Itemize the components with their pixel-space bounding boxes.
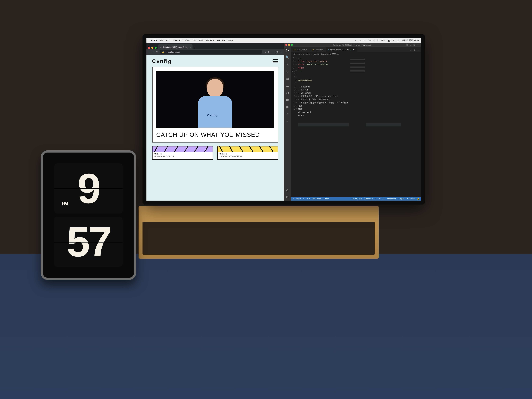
bookmark-icon[interactable]: ☆ xyxy=(286,112,289,116)
panel-layout-icon[interactable]: ▣ xyxy=(413,44,415,46)
address-bar[interactable]: 🔒 config.figma.com xyxy=(160,50,262,54)
extensions-icon[interactable]: ▦ xyxy=(286,77,289,81)
cursor-position[interactable]: Ln 22, Col 1 xyxy=(352,198,362,200)
live-share-icon[interactable]: ⇄ xyxy=(286,98,289,102)
editor-tab-active[interactable]: # figma-config-2023.md U xyxy=(326,47,357,52)
menubar-item[interactable]: View xyxy=(185,39,190,42)
menubar-item[interactable]: Terminal xyxy=(206,39,214,42)
chrome-tabstrip[interactable]: ◆ Config 2023 | Figma's Ann… × + xyxy=(146,43,284,49)
breadcrumb-item[interactable]: wilson-blog xyxy=(293,53,302,55)
menubar-item[interactable]: Run xyxy=(199,39,203,42)
minimize-window-icon[interactable] xyxy=(151,47,153,49)
run-icon[interactable]: ▷ xyxy=(410,48,412,51)
more-icon[interactable]: ⋯ xyxy=(417,44,419,46)
back-button-icon[interactable]: ← xyxy=(148,51,150,53)
source-control-icon[interactable]: ⌥ xyxy=(285,63,289,66)
notifications-bell-icon[interactable]: 🔔 xyxy=(417,198,419,200)
close-tab-icon[interactable]: × xyxy=(190,46,191,48)
webpage-content[interactable]: C●nfig C●nfig CATCH UP ON WHAT YOU M xyxy=(146,55,284,201)
hamburger-menu-icon[interactable] xyxy=(272,59,278,63)
panel-layout-icon[interactable]: ▤ xyxy=(410,44,412,46)
encoding-status[interactable]: UTF-8 xyxy=(375,198,380,200)
database-icon[interactable]: ≣ xyxy=(286,105,289,109)
breadcrumb-item[interactable]: _posts xyxy=(313,53,318,55)
language-mode[interactable]: Markdown xyxy=(387,198,396,200)
fullscreen-window-icon[interactable] xyxy=(291,44,293,46)
spell-status[interactable]: ✓ Spell xyxy=(398,198,404,200)
menubar-status-icon[interactable]: ✉︎ xyxy=(369,39,371,42)
battery-text[interactable]: 80% xyxy=(381,39,385,42)
git-branch[interactable]: main* xyxy=(296,198,301,200)
track-card[interactable]: C●nfig LEADING THROUGH xyxy=(217,146,278,160)
explorer-icon[interactable]: 🗂︎ xyxy=(285,48,289,52)
chrome-tab[interactable]: ◆ Config 2023 | Figma's Ann… × xyxy=(158,44,192,49)
vscode-titlebar[interactable]: figma-config-2023.md — wilson-workspace … xyxy=(284,43,421,47)
extension-icon[interactable]: ⚙︎ xyxy=(268,51,270,53)
prettier-status[interactable]: ✓ Prettier xyxy=(407,198,415,200)
status-extra[interactable]: 1 mins xyxy=(323,198,329,200)
menubar-app-name[interactable]: Code xyxy=(151,39,157,42)
new-tab-button[interactable]: + xyxy=(192,45,198,49)
more-icon[interactable]: ⋯ xyxy=(417,48,419,51)
battery-icon[interactable]: ▮▯ xyxy=(388,39,390,42)
hero-video-thumbnail[interactable]: C●nfig xyxy=(156,71,274,128)
clock-minute: 57 xyxy=(66,217,110,266)
breadcrumbs[interactable]: wilson-blog› source› _posts› figma-confi… xyxy=(291,52,421,56)
close-window-icon[interactable] xyxy=(285,44,287,46)
extension-icon[interactable]: ★ xyxy=(264,51,266,53)
control-center-icon[interactable]: ⌘ xyxy=(397,39,399,42)
reload-button-icon[interactable]: ⟳ xyxy=(156,51,158,53)
eol-status[interactable]: LF xyxy=(383,198,385,200)
window-traffic-lights[interactable] xyxy=(285,44,293,46)
menubar-item[interactable]: Edit xyxy=(166,39,170,42)
unsaved-dot-icon xyxy=(353,49,355,50)
fullscreen-window-icon[interactable] xyxy=(155,47,157,49)
code-content[interactable]: --- title: figma-config-2023 date: 2023-… xyxy=(298,56,349,197)
menubar-status-icon[interactable]: ⌥ xyxy=(364,39,366,42)
account-icon[interactable]: ☺︎ xyxy=(286,188,289,192)
window-traffic-lights[interactable] xyxy=(148,47,157,49)
bluetooth-icon[interactable]: ᛒ xyxy=(377,39,379,42)
remote-indicator[interactable]: ⎋ xyxy=(293,198,294,200)
editor-tab[interactable]: JS pinia.mjs xyxy=(310,47,326,52)
forward-button-icon[interactable]: → xyxy=(152,51,154,53)
menubar-status-icon[interactable]: ☁︎ xyxy=(359,39,361,42)
menubar-item[interactable]: Selection xyxy=(173,39,182,42)
track-card[interactable]: C●nfig FIGMA PRODUCT xyxy=(152,146,213,160)
docker-icon[interactable]: ⬡ xyxy=(286,91,289,95)
chrome-menu-icon[interactable]: ⋮ xyxy=(280,51,282,53)
test-icon[interactable]: ✓ xyxy=(286,120,289,123)
settings-gear-icon[interactable]: ⚙︎ xyxy=(286,195,289,199)
editor-tab[interactable]: JS vuex.esm.js xyxy=(291,47,310,52)
menubar-item[interactable]: Go xyxy=(193,39,196,42)
live-share-status[interactable]: Live Share xyxy=(312,198,321,200)
menubar-item[interactable]: File xyxy=(160,39,163,42)
extension-icon[interactable]: ⋯ xyxy=(272,51,274,53)
problems-count[interactable]: ⊘ 0 xyxy=(306,198,310,200)
wifi-icon[interactable]: ⏚ xyxy=(373,39,375,42)
code-editor[interactable]: 1 2 3 4 5 6 7 8 9 10 11 12 13 14 15 16 1… xyxy=(291,56,421,197)
file-js-icon: JS xyxy=(312,49,315,51)
remote-icon[interactable]: ☁︎ xyxy=(286,84,289,88)
panel-layout-icon[interactable]: ▥ xyxy=(406,44,408,46)
menubar-item[interactable]: Window xyxy=(217,39,225,42)
minimize-window-icon[interactable] xyxy=(288,44,290,46)
menubar-item[interactable]: Help xyxy=(228,39,233,42)
editor-tabs: JS vuex.esm.js JS pinia.mjs # figma-conf… xyxy=(291,47,421,52)
macos-menubar[interactable]: Code File Edit Selection View Go Run Ter… xyxy=(146,38,421,43)
minimap[interactable] xyxy=(349,56,366,197)
input-source-icon[interactable]: A xyxy=(393,39,394,42)
sync-icon[interactable]: ↕ xyxy=(303,198,304,200)
config-logo[interactable]: C●nfig xyxy=(152,58,172,64)
clock-minute-card: 57 xyxy=(54,217,123,267)
close-window-icon[interactable] xyxy=(148,47,150,49)
search-icon[interactable]: 🔍 xyxy=(285,55,289,59)
breadcrumb-item[interactable]: source xyxy=(305,53,310,55)
run-debug-icon[interactable]: ▷ xyxy=(286,70,289,73)
menubar-status-icon[interactable]: ⟐ xyxy=(355,39,356,42)
chrome-profile-icon[interactable]: ◯ xyxy=(276,51,278,53)
indent-status[interactable]: Spaces: 2 xyxy=(364,198,373,200)
split-editor-icon[interactable]: ◫ xyxy=(414,48,416,51)
menubar-datetime[interactable]: 7月2日 周日 21:57 xyxy=(402,39,419,42)
breadcrumb-item[interactable]: figma-config-2023.md xyxy=(321,53,339,55)
